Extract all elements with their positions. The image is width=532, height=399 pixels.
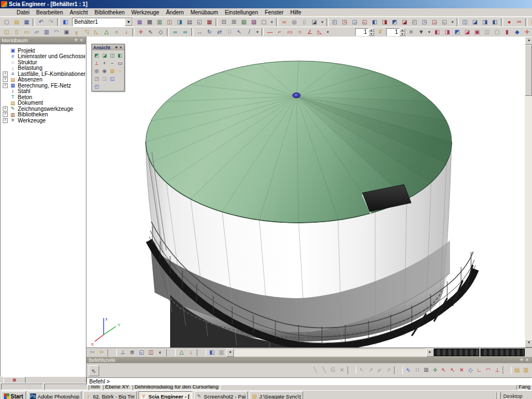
- chevron-down-icon[interactable]: ▼: [114, 45, 119, 50]
- axes-display-icon[interactable]: ⊥: [118, 349, 127, 357]
- paperspace-gallery-icon[interactable]: ▨: [249, 17, 259, 27]
- results-icon[interactable]: ▥: [155, 17, 165, 27]
- stepper-arrows[interactable]: ▲▼: [369, 28, 374, 36]
- dot-grid-icon[interactable]: ∷: [413, 366, 422, 375]
- tree-item-bibliotheken[interactable]: + ▥ Bibliotheken: [1, 112, 85, 118]
- tree-item-stahl[interactable]: I Stahl: [1, 89, 85, 95]
- snap-copy-icon[interactable]: ↗: [366, 366, 375, 375]
- connect-members-icon[interactable]: ◧: [432, 27, 442, 37]
- mirror-icon[interactable]: ⇄: [214, 27, 224, 37]
- paste-icon[interactable]: ◨: [480, 17, 490, 27]
- stepper-arrows[interactable]: ▲▼: [400, 28, 405, 36]
- load-icon[interactable]: ↓: [121, 27, 131, 37]
- dimension-icon[interactable]: ◺: [315, 27, 325, 37]
- redo-icon[interactable]: ↷: [46, 17, 56, 27]
- cursor-mode-button[interactable]: ⇖: [89, 365, 99, 376]
- document-icon[interactable]: ▤: [185, 17, 195, 27]
- tank-model[interactable]: [146, 61, 475, 347]
- plate-icon[interactable]: ▱: [32, 27, 42, 37]
- tree-item-belastung[interactable]: ↓ Belastung: [1, 65, 85, 71]
- hinge-icon[interactable]: ○: [111, 27, 121, 37]
- snap-circle-icon[interactable]: G: [329, 366, 337, 375]
- snap-move-icon[interactable]: ↖: [357, 366, 366, 375]
- zoom-window-icon[interactable]: ▭: [116, 59, 124, 66]
- shell-icon[interactable]: ◠: [52, 27, 62, 37]
- menu-aendern[interactable]: Ändern: [162, 9, 187, 16]
- menu-ansicht[interactable]: Ansicht: [66, 9, 91, 16]
- tree-item-dokument[interactable]: ▤ Dokument: [1, 100, 85, 106]
- chevron-down-icon[interactable]: ▼: [125, 18, 132, 26]
- vertical-scrollbar[interactable]: ▲ ▼: [525, 37, 532, 347]
- check-structure-icon[interactable]: ✛: [522, 27, 532, 37]
- shading-icon[interactable]: ◐: [156, 349, 165, 357]
- constraint-icon[interactable]: ◆: [512, 27, 522, 37]
- desktop-toolbar[interactable]: Desktop: [500, 392, 531, 399]
- vertical-scroll-thumb[interactable]: [525, 45, 532, 96]
- view-window-icon-1[interactable]: ◰: [330, 17, 340, 27]
- filter-icon[interactable]: ▼: [416, 27, 426, 37]
- snap-perpendicular-icon[interactable]: ⊥: [493, 366, 502, 375]
- weld-icon[interactable]: ▢: [492, 27, 502, 37]
- multicopy-icon-1[interactable]: ∞: [170, 27, 180, 37]
- view-window-icon-11[interactable]: ◲: [429, 17, 439, 27]
- haunch-icon[interactable]: ◺: [91, 27, 101, 37]
- move-icon[interactable]: ↔: [195, 27, 204, 37]
- task-photoshop[interactable]: Ps Adobe Photoshop CS3 E...: [28, 391, 81, 399]
- line-grid-icon[interactable]: ⊞: [422, 366, 431, 375]
- named-views-icon[interactable]: ◱: [137, 349, 146, 357]
- snap-endpoint-icon[interactable]: ↖: [439, 366, 448, 375]
- trim-icon[interactable]: /: [244, 27, 254, 37]
- task-media-player[interactable]: ♪ 62. Björk - Big Time Sens...: [83, 391, 137, 399]
- activity-icon[interactable]: #: [375, 27, 385, 37]
- view-window-icon-9[interactable]: ◰: [410, 17, 420, 27]
- polyline-icon[interactable]: ⌐: [275, 27, 285, 37]
- steel-check-icon[interactable]: ◫: [165, 17, 175, 27]
- view-delete-icon[interactable]: ◲: [101, 75, 108, 82]
- print-icon[interactable]: ⊟: [219, 17, 229, 27]
- close-icon[interactable]: ✕: [119, 45, 123, 50]
- tree-item-lastfaelle[interactable]: + ≡ Lastfälle, LF-Kombinationen: [1, 71, 85, 77]
- menu-datei[interactable]: Datei: [13, 9, 33, 16]
- view-window-icon-6[interactable]: ◨: [380, 17, 390, 27]
- snap-settings-icon[interactable]: ✛: [431, 366, 439, 375]
- scroll-down-icon[interactable]: ▼: [525, 339, 532, 347]
- picture-gallery-icon[interactable]: ▧: [239, 17, 249, 27]
- tree-item-werkzeuge[interactable]: + ✕ Werkzeuge: [1, 117, 85, 124]
- view-y-icon[interactable]: ◪: [101, 52, 108, 59]
- snap-ray-icon[interactable]: ╲: [320, 366, 329, 375]
- pin-icon[interactable]: ✛: [73, 38, 79, 43]
- rectangle-icon[interactable]: ▭: [285, 27, 295, 37]
- wall-icon[interactable]: ▥: [42, 27, 52, 37]
- ansicht-header[interactable]: Ansicht ▼ ✕: [92, 44, 124, 50]
- viewport-3d[interactable]: z Y X Ansicht ▼ ✕ ◩◪◫◧⊥+−▭◎◉▤☼◳◲◱◰: [86, 37, 532, 347]
- loads-display-icon[interactable]: ↓: [186, 349, 196, 357]
- folder-icon[interactable]: ▤: [529, 17, 532, 27]
- close-icon[interactable]: ✕: [524, 357, 530, 363]
- expand-icon[interactable]: +: [3, 106, 8, 111]
- disconnect-members-icon[interactable]: ◨: [442, 27, 452, 37]
- snap-line-icon[interactable]: ╲: [311, 366, 320, 375]
- open-project-icon[interactable]: ▤: [12, 17, 22, 27]
- menubaum-header[interactable]: Menübaum ✛ ✕: [0, 37, 86, 44]
- stretch-icon[interactable]: ↖: [234, 27, 244, 37]
- snap-intersection-icon[interactable]: ✕: [457, 366, 466, 375]
- expand-icon[interactable]: +: [3, 118, 8, 123]
- tree-item-projekt[interactable]: ▣ Projekt: [1, 48, 85, 54]
- project-manager-icon[interactable]: ◧: [60, 17, 70, 27]
- perspective-icon[interactable]: ◰: [93, 83, 100, 90]
- expand-icon[interactable]: +: [3, 77, 8, 82]
- close-icon[interactable]: ✕: [79, 38, 84, 43]
- menu-bibliotheken[interactable]: Bibliotheken: [91, 9, 128, 16]
- line-icon[interactable]: —: [265, 27, 275, 37]
- layout-icon[interactable]: ◱: [195, 17, 204, 27]
- tree-item-absenzen[interactable]: + ▤ Absenzen: [1, 77, 85, 83]
- expand-icon[interactable]: +: [3, 71, 8, 76]
- ucs-icon[interactable]: ▤: [513, 366, 521, 375]
- fe-mesh-icon[interactable]: ▩: [145, 17, 155, 27]
- pin-icon[interactable]: ✛: [519, 357, 524, 363]
- selection-level-stepper[interactable]: 1 ▲▼: [355, 28, 374, 36]
- scroll-right-icon[interactable]: ►: [426, 349, 434, 357]
- menu-hilfe[interactable]: Hilfe: [287, 9, 305, 16]
- cursor-snap-icon[interactable]: ⇖: [404, 366, 413, 375]
- scrollbar-dark-segment[interactable]: [480, 349, 525, 356]
